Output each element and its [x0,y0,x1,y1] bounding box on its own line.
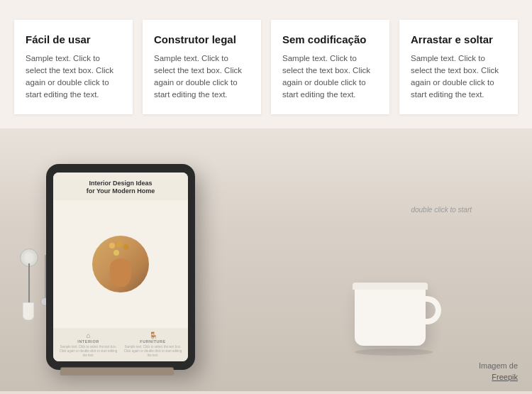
card-easy[interactable]: Fácil de usar Sample text. Click to sele… [14,20,133,114]
mug [355,285,426,346]
card-drag-body: Sample text. Click to select the text bo… [411,53,506,102]
plant-vase [23,302,34,320]
tablet-image-area [53,200,188,328]
freepik-link[interactable]: Freepik [492,373,518,381]
tablet-container: Interior Design Ideas for Your Modern Ho… [46,164,195,370]
card-nocode[interactable]: Sem codificação Sample text. Click to se… [271,20,389,114]
freepik-label: Imagem de [479,361,518,370]
tablet-header: Interior Design Ideas for Your Modern Ho… [53,173,188,200]
bottom-scene: double click to start Interior Design Id… [0,128,532,391]
tablet-header-title: Interior Design Ideas for Your Modern Ho… [59,180,182,196]
card-builder-body: Sample text. Click to select the text bo… [154,53,250,102]
tablet-stand [60,367,174,375]
tablet-footer-interior: ⌂ INTERIOR Sample text. Click to select … [57,332,119,358]
card-nocode-body: Sample text. Click to select the text bo… [282,53,378,102]
mug-handle [426,296,441,324]
card-nocode-title: Sem codificação [282,33,378,47]
tablet-screen: Interior Design Ideas for Your Modern Ho… [53,173,188,361]
card-builder-title: Construtor legal [154,33,250,47]
cards-section: Fácil de usar Sample text. Click to sele… [0,0,532,128]
card-drag-title: Arrastar e soltar [411,33,506,47]
double-click-hint: double click to start [411,206,472,214]
freepik-credit: Imagem de Freepik [479,361,518,383]
tablet-device: Interior Design Ideas for Your Modern Ho… [46,164,195,370]
mug-container [355,285,433,356]
tablet-footer-furniture: 🪑 FURNITURE Sample text. Click to select… [122,332,184,358]
tablet-circle-image [92,236,149,292]
card-drag[interactable]: Arrastar e soltar Sample text. Click to … [399,20,518,114]
card-easy-body: Sample text. Click to select the text bo… [26,53,121,102]
tablet-footer: ⌂ INTERIOR Sample text. Click to select … [53,328,188,361]
card-builder[interactable]: Construtor legal Sample text. Click to s… [143,20,261,114]
card-easy-title: Fácil de usar [26,33,121,47]
vase [110,258,131,287]
mug-rim [353,283,428,290]
mug-shadow [355,349,433,356]
